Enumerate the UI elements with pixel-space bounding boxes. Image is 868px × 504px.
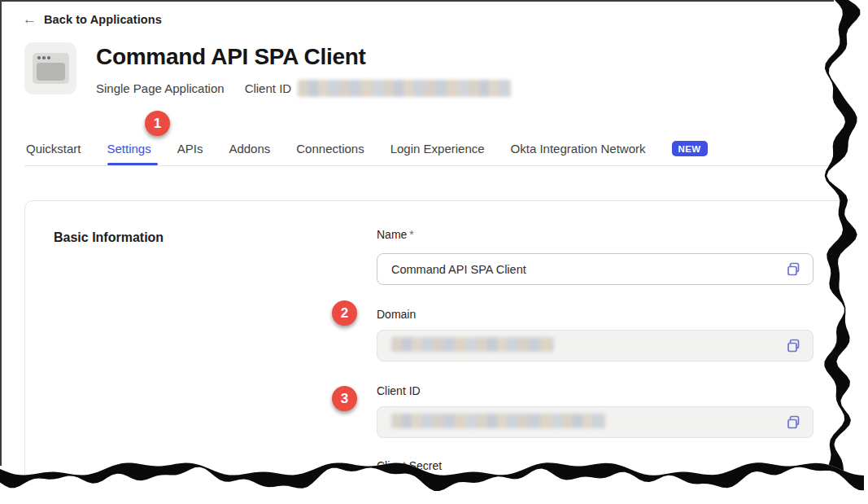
callout-badge-1: 1 (145, 111, 170, 136)
app-tab-bar: Quickstart Settings APIs Addons Connecti… (26, 141, 708, 156)
screenshot-top-border (0, 0, 834, 2)
page-title: Command API SPA Client (96, 44, 366, 70)
app-subtitle-row: Single Page Application Client ID (96, 80, 511, 97)
required-asterisk: * (409, 228, 413, 241)
tab-quickstart[interactable]: Quickstart (26, 142, 81, 156)
section-title: Basic Information (54, 230, 164, 245)
name-field-label: Name* (377, 228, 414, 241)
client-id-input (377, 406, 813, 438)
tab-bar-divider (24, 165, 830, 166)
tab-apis[interactable]: APIs (177, 142, 203, 156)
application-window-icon (24, 42, 76, 94)
header-client-id-redacted-value (298, 80, 511, 97)
app-icon-window-dots (37, 56, 50, 59)
client-id-redacted-value (391, 414, 787, 431)
back-link-label: Back to Applications (44, 13, 162, 26)
left-arrow-icon: ← (23, 12, 37, 26)
name-input-value: Command API SPA Client (391, 263, 787, 276)
name-label-text: Name (377, 228, 407, 241)
back-to-applications-link[interactable]: ← Back to Applications (23, 12, 162, 26)
copy-icon[interactable] (787, 339, 801, 353)
app-icon-window (33, 53, 69, 84)
domain-redacted-value (391, 337, 787, 354)
tab-addons[interactable]: Addons (229, 142, 270, 156)
screenshot-left-border (0, 0, 2, 466)
app-settings-screen: ← Back to Applications Command API SPA C… (0, 0, 868, 504)
callout-badge-2: 2 (332, 300, 357, 326)
tab-okta-integration-network[interactable]: Okta Integration Network (511, 142, 646, 156)
copy-icon[interactable] (787, 415, 801, 430)
tab-settings[interactable]: Settings (107, 142, 151, 156)
name-input[interactable]: Command API SPA Client (377, 253, 813, 285)
tab-connections[interactable]: Connections (296, 142, 364, 156)
client-id-field-label: Client ID (377, 384, 421, 397)
domain-input (377, 330, 813, 362)
header-client-id-label: Client ID (245, 81, 292, 95)
client-secret-field-label: Client Secret (377, 459, 442, 472)
callout-badge-3: 3 (332, 386, 357, 411)
new-badge: NEW (672, 141, 708, 156)
app-icon-window-screen (37, 63, 65, 81)
domain-field-label: Domain (377, 308, 416, 321)
app-type-label: Single Page Application (96, 81, 225, 95)
tab-login-experience[interactable]: Login Experience (390, 142, 485, 156)
copy-icon[interactable] (787, 262, 801, 277)
basic-information-card: Basic Information Name* Command API SPA … (24, 200, 848, 504)
